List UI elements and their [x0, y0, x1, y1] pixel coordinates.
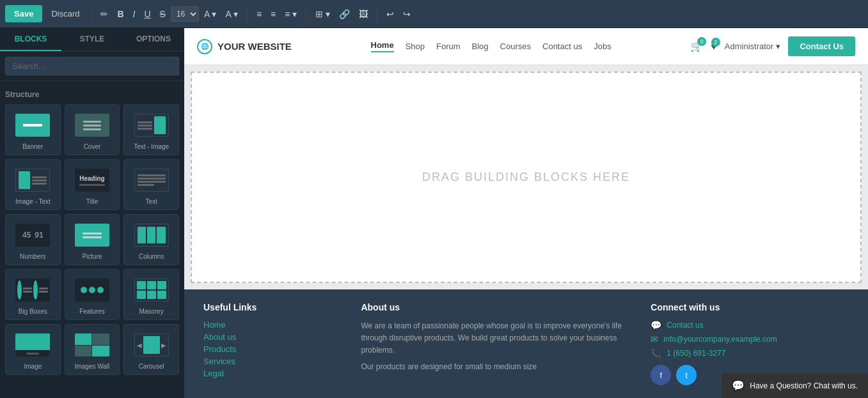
admin-label: Administrator — [725, 42, 774, 51]
list-format-group: ≡ ≡ ≡ ▾ — [253, 6, 301, 22]
format-bold-button[interactable]: B — [113, 6, 127, 22]
nav-forum[interactable]: Forum — [436, 42, 461, 51]
block-title[interactable]: Heading Title — [65, 159, 120, 210]
block-columns[interactable]: Columns — [123, 214, 179, 265]
block-preview-features — [68, 275, 117, 305]
format-italic-button[interactable]: I — [129, 6, 139, 22]
toolbar-divider4 — [377, 5, 377, 23]
block-masonry[interactable]: Masonry — [123, 269, 179, 320]
block-features[interactable]: Features — [65, 269, 120, 320]
footer-link-home[interactable]: Home — [203, 320, 335, 330]
chat-widget[interactable]: 💬 Have a Question? Chat with us. — [722, 373, 868, 398]
heading-shape: Heading — [75, 169, 109, 192]
tab-options[interactable]: OPTIONS — [123, 28, 184, 51]
nav-shop[interactable]: Shop — [406, 42, 425, 51]
features-shape — [75, 279, 109, 302]
block-preview-picture — [68, 220, 117, 250]
fd3 — [97, 287, 104, 293]
nav-home[interactable]: Home — [371, 40, 394, 52]
carousel-shape: ◀ ▶ — [134, 333, 169, 356]
block-image[interactable]: Image — [5, 324, 61, 375]
text-image-imgbox — [154, 116, 166, 134]
connect-email-label: info@yourcompany.example.com — [663, 335, 777, 344]
block-numbers[interactable]: 45 91 Numbers — [5, 214, 61, 265]
admin-button[interactable]: Administrator ▾ — [725, 42, 781, 51]
image-btn[interactable]: 🖼 — [355, 6, 372, 22]
redo-btn[interactable]: ↪ — [399, 6, 414, 22]
heading-preview-text: Heading — [79, 175, 104, 182]
block-big-boxes[interactable]: Big Boxes — [5, 269, 61, 320]
line2 — [138, 125, 152, 126]
footer-link-products[interactable]: Products — [203, 344, 335, 354]
line1 — [138, 121, 152, 123]
font-size-select[interactable]: 16 — [171, 6, 199, 22]
line3 — [32, 183, 47, 185]
block-text-image[interactable]: Text - Image — [123, 104, 179, 155]
tl3 — [138, 181, 166, 183]
cover-line3 — [83, 128, 101, 130]
image-top — [15, 333, 50, 350]
footer-link-services[interactable]: Services — [203, 356, 335, 366]
text-align-btn[interactable]: ≡ ▾ — [281, 6, 301, 22]
format-pen-icon[interactable]: ✏ — [97, 6, 112, 22]
cart-button[interactable]: 🛒 0 — [690, 40, 703, 52]
block-preview-image — [8, 330, 58, 360]
undo-btn[interactable]: ↩ — [383, 6, 398, 22]
twitter-button[interactable]: t — [676, 365, 697, 385]
nav-jobs[interactable]: Jobs — [594, 42, 611, 51]
blocks-grid: Banner Cover — [5, 104, 179, 375]
block-picture[interactable]: Picture — [65, 214, 120, 265]
nav-contact-us[interactable]: Contact us — [542, 42, 582, 51]
nav-courses[interactable]: Courses — [500, 42, 531, 51]
toolbar-divider2 — [247, 5, 248, 23]
unordered-list-btn[interactable]: ≡ — [253, 6, 265, 22]
table-btn[interactable]: ⊞ ▾ — [312, 6, 334, 22]
masonry-shape — [134, 279, 169, 302]
block-banner[interactable]: Banner — [5, 104, 61, 155]
carousel-center — [143, 336, 160, 354]
image-bottom — [15, 350, 50, 356]
format-strikethrough-button[interactable]: S — [156, 6, 170, 22]
footer-link-legal[interactable]: Legal — [203, 369, 335, 378]
block-images-wall[interactable]: Images Wall — [65, 324, 120, 375]
fd1 — [81, 287, 87, 293]
facebook-button[interactable]: f — [651, 365, 671, 385]
connect-contact-label[interactable]: Contact us — [667, 321, 703, 330]
block-text[interactable]: Text — [123, 159, 179, 210]
nav-blog[interactable]: Blog — [472, 42, 489, 51]
block-label-image-text: Image - Text — [15, 198, 51, 206]
footer-useful-links: Useful Links Home About us Products Serv… — [203, 302, 335, 385]
format-underline-button[interactable]: U — [140, 6, 154, 22]
block-label-text-image: Text - Image — [134, 143, 169, 151]
num1: 45 — [22, 231, 31, 240]
bb2 — [33, 280, 38, 300]
text-color-btn[interactable]: A ▾ — [221, 6, 241, 22]
link-btn[interactable]: 🔗 — [335, 6, 354, 22]
discard-button[interactable]: Discard — [45, 5, 86, 22]
iwc2 — [92, 333, 109, 345]
connect-phone-label: 1 (650) 691-3277 — [667, 349, 725, 358]
block-carousel[interactable]: ◀ ▶ Carousel — [123, 324, 179, 375]
footer-link-about[interactable]: About us — [203, 332, 335, 342]
images-wall-shape — [75, 333, 109, 356]
tab-blocks[interactable]: BLOCKS — [0, 28, 61, 51]
footer-about: About us We are a team of passionate peo… — [361, 302, 625, 385]
block-preview-text-image — [127, 110, 176, 141]
ordered-list-btn[interactable]: ≡ — [267, 6, 280, 22]
sidebar-tabs: BLOCKS STYLE OPTIONS — [0, 28, 184, 52]
font-family-btn[interactable]: A ▾ — [200, 6, 220, 22]
contact-us-button[interactable]: Contact Us — [788, 36, 855, 56]
image-text-lines — [32, 176, 47, 185]
content-area: 🌐 YOUR WEBSITE Home Shop Forum Blog Cour… — [184, 28, 868, 398]
mc2 — [147, 281, 156, 289]
sidebar: BLOCKS STYLE OPTIONS Structure Banner — [0, 28, 184, 398]
search-input[interactable] — [5, 57, 179, 75]
tab-style[interactable]: STYLE — [61, 28, 123, 51]
block-preview-image-text — [8, 165, 58, 195]
block-image-text[interactable]: Image - Text — [5, 159, 61, 210]
wishlist-button[interactable]: ♥ 2 — [711, 41, 717, 52]
header-right: 🛒 0 ♥ 2 Administrator ▾ Contact Us — [690, 36, 855, 56]
save-button[interactable]: Save — [5, 5, 42, 22]
block-cover[interactable]: Cover — [65, 104, 120, 155]
cart-badge: 0 — [697, 37, 706, 46]
